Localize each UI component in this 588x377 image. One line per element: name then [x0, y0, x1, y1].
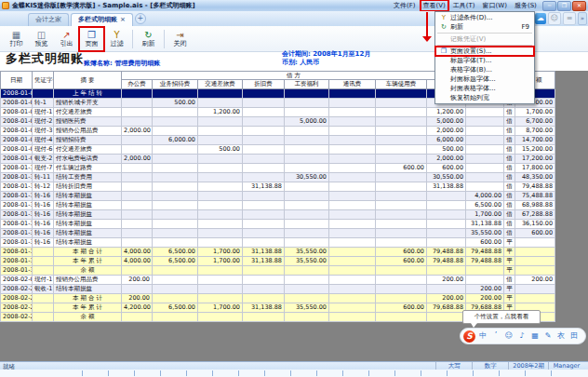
menubar-item-3[interactable]: 窗口(W) — [480, 0, 510, 11]
cell[interactable]: 借 — [504, 155, 515, 164]
cell[interactable]: 30,550.00 — [285, 173, 329, 182]
cell[interactable] — [285, 238, 329, 248]
cell[interactable] — [243, 145, 285, 155]
cell[interactable]: 6,700.00 — [515, 117, 555, 127]
cell[interactable]: 2008-01-3 — [1, 248, 33, 257]
cell[interactable] — [243, 201, 285, 210]
table-row[interactable]: 2008-02-2银收-1结转本期损益200.00平 — [1, 285, 555, 294]
cell[interactable] — [243, 276, 285, 285]
cell[interactable]: 借 — [504, 145, 515, 155]
cell[interactable]: 500.00 — [153, 99, 198, 108]
cell[interactable] — [122, 145, 153, 155]
cell[interactable]: 17,200.00 — [515, 155, 555, 164]
cell[interactable]: 平 — [504, 257, 515, 266]
menubar-item-4[interactable]: 服务(S) — [512, 0, 540, 11]
cell[interactable] — [122, 313, 153, 322]
table-row[interactable]: 2008-02-0现付-1报销办公用品费200.00200.00借200.00 — [1, 276, 555, 285]
emoji-icon[interactable]: ☺ — [503, 330, 514, 342]
cell[interactable]: 现付-6 — [33, 145, 54, 155]
cell[interactable] — [198, 127, 243, 136]
cell[interactable]: 借 — [504, 108, 515, 117]
cell[interactable] — [198, 220, 243, 229]
cell[interactable] — [122, 220, 153, 229]
cell[interactable] — [427, 210, 466, 220]
cell[interactable]: 600.00 — [466, 238, 504, 248]
menubar-item-2[interactable]: 工具(T) — [450, 0, 478, 11]
cell[interactable] — [243, 238, 285, 248]
cell[interactable] — [466, 136, 504, 145]
view-menu-item-6[interactable]: 标题字体(T)... — [435, 56, 534, 65]
cell[interactable]: 6,500.00 — [153, 257, 198, 266]
cell[interactable] — [466, 276, 504, 285]
table-row[interactable]: 2008-01-0现付-2报销医药费5,000.005,000.00借6,700… — [1, 117, 555, 127]
cell[interactable]: 600.00 — [376, 257, 427, 266]
cell[interactable] — [122, 192, 153, 201]
cell[interactable] — [376, 313, 427, 322]
cell[interactable]: 1,200.00 — [427, 108, 466, 117]
cell[interactable] — [122, 182, 153, 192]
cell[interactable]: 200.00 — [466, 285, 504, 294]
cell[interactable]: 600.00 — [515, 229, 555, 238]
view-menu-item-1[interactable]: ↻刷新F9 — [435, 22, 534, 32]
cell[interactable]: 67,288.88 — [515, 210, 555, 220]
view-menu-item-0[interactable]: Y过滤条件(D)... — [435, 13, 534, 22]
cell[interactable] — [376, 266, 427, 276]
cell[interactable]: 现付-7 — [33, 164, 54, 173]
column-header[interactable]: 凭证字号 — [33, 72, 54, 89]
cell[interactable] — [153, 89, 198, 99]
cell[interactable] — [329, 303, 376, 313]
cell[interactable] — [198, 285, 243, 294]
menubar-item-1[interactable]: 查看(V) — [421, 0, 448, 11]
cell[interactable] — [466, 266, 504, 276]
cell[interactable]: 8,700.00 — [515, 127, 555, 136]
cell[interactable] — [329, 210, 376, 220]
cell[interactable] — [198, 294, 243, 303]
cell[interactable]: 报销办公用品费 — [54, 127, 122, 136]
cell[interactable]: 6,500.00 — [153, 303, 198, 313]
cell[interactable] — [376, 210, 427, 220]
cell[interactable]: 79,488.88 — [515, 182, 555, 192]
cell[interactable] — [427, 201, 466, 210]
cell[interactable] — [329, 285, 376, 294]
cell[interactable]: 600.00 — [376, 248, 427, 257]
cell[interactable]: 借 — [504, 136, 515, 145]
cell[interactable] — [198, 201, 243, 210]
cell[interactable]: 转-11 — [33, 173, 54, 182]
cell[interactable]: 结转本期损益 — [54, 285, 122, 294]
cell[interactable]: 借 — [504, 229, 515, 238]
cell[interactable] — [122, 201, 153, 210]
cell[interactable] — [329, 201, 376, 210]
column-header[interactable]: 车辆使用费 — [376, 80, 427, 89]
cell[interactable]: 2008-01-3 — [1, 192, 33, 201]
cell[interactable]: 6,500.00 — [466, 201, 504, 210]
cell[interactable]: 2008-01-3 — [1, 182, 33, 192]
cell[interactable] — [329, 89, 376, 99]
cell[interactable] — [376, 285, 427, 294]
cell[interactable] — [122, 136, 153, 145]
cell[interactable]: 转-16 — [33, 192, 54, 201]
cell[interactable] — [153, 229, 198, 238]
cell[interactable]: 2,000.00 — [427, 155, 466, 164]
new-tab-button[interactable]: + — [135, 13, 146, 24]
cell[interactable] — [515, 266, 555, 276]
cell[interactable]: 79,488.88 — [427, 248, 466, 257]
cell[interactable] — [122, 164, 153, 173]
cell[interactable]: 1,200.00 — [198, 108, 243, 117]
cell[interactable]: 36,150.00 — [515, 220, 555, 229]
preview-button[interactable]: ◫预览 — [29, 27, 54, 51]
cell[interactable] — [243, 127, 285, 136]
cell[interactable]: 2008-01-3 — [1, 266, 33, 276]
cell[interactable]: 结转工资费用 — [54, 173, 122, 182]
cell[interactable]: 2008-02-2 — [1, 303, 33, 313]
cell[interactable]: 68,988.88 — [515, 201, 555, 210]
view-menu-item-8[interactable]: 封面标题字体... — [435, 74, 534, 84]
cell[interactable] — [466, 173, 504, 182]
cell[interactable] — [376, 229, 427, 238]
cell[interactable]: 结转本期损益 — [54, 201, 122, 210]
cell[interactable] — [198, 192, 243, 201]
cell[interactable]: 银支-2 — [33, 155, 54, 164]
cell[interactable]: 2008-02-2 — [1, 285, 33, 294]
column-header[interactable]: 日期 — [1, 72, 33, 89]
cell[interactable] — [33, 257, 54, 266]
cell[interactable]: 借 — [504, 173, 515, 182]
